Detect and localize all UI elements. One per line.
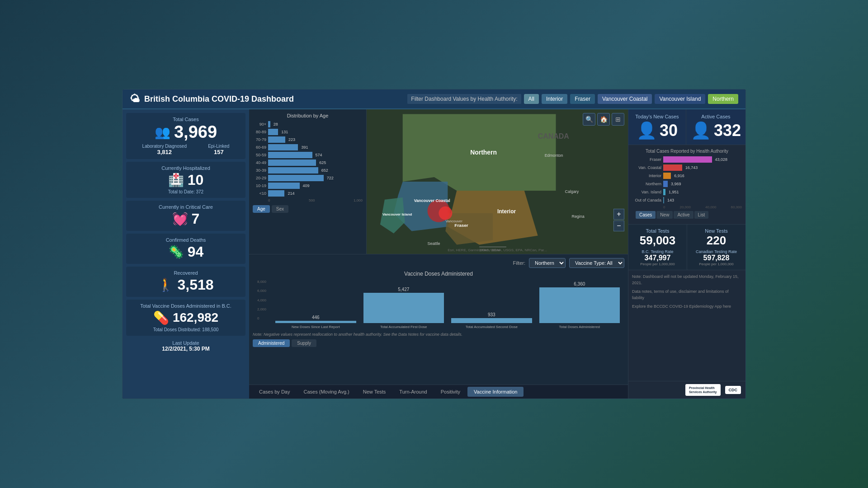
map-home-button[interactable]: 🏠	[597, 113, 610, 126]
map-zoom-controls: + −	[613, 209, 624, 231]
ha-bar	[663, 189, 665, 195]
bottom-tab-vaccine-information[interactable]: Vaccine Information	[467, 387, 524, 397]
ha-tab-cases[interactable]: Cases	[636, 211, 656, 219]
recovered-icon: 🚶	[158, 277, 174, 292]
filter-northern-button[interactable]: Northern	[708, 94, 738, 104]
active-cases-value: 👤 332	[691, 121, 741, 140]
ha-chart: Total Cases Reported by Health Authority…	[628, 145, 745, 225]
tab-administered[interactable]: Administered	[253, 339, 290, 347]
age-bar	[268, 167, 318, 174]
tab-age[interactable]: Age	[253, 205, 270, 213]
vaccine-bar	[539, 287, 620, 324]
map-search-button[interactable]: 🔍	[583, 113, 595, 126]
age-label: 30-39	[253, 168, 266, 173]
ha-bar-label: Northern	[632, 182, 661, 186]
hospitalized-value: 10	[188, 172, 204, 188]
bottom-tab-new-tests[interactable]: New Tests	[357, 387, 392, 397]
active-cases-stat: Active Cases 👤 332	[686, 109, 745, 145]
ha-bar-value: 1,951	[669, 190, 679, 194]
ha-tab-new[interactable]: New	[656, 211, 673, 219]
map-controls: 🔍 🏠 ⊞	[583, 113, 624, 126]
age-bar	[268, 121, 270, 127]
filter-label: Filter Dashboard Values by Health Author…	[407, 94, 521, 104]
deaths-card: Confirmed Deaths 🦠 94	[126, 234, 245, 264]
map-zoom-in-button[interactable]: +	[613, 209, 624, 220]
bc-rate-note: People per 1,000,000	[632, 262, 683, 266]
ha-tab-active[interactable]: Active	[674, 211, 693, 219]
active-cases-icon: 👤	[691, 121, 711, 140]
filter-all-button[interactable]: All	[524, 94, 539, 104]
age-bar	[268, 160, 316, 166]
vaccine-bar-name: Total Accumulated Second Dose	[466, 325, 518, 329]
age-label: 20-29	[253, 176, 266, 180]
bottom-tabs: Cases by DayCases (Moving Avg.)New Tests…	[249, 385, 628, 399]
bc-rate-value: 347,997	[632, 254, 683, 262]
age-bar	[268, 190, 284, 197]
map-zoom-out-button[interactable]: −	[613, 221, 624, 231]
age-bar-row: 20-29 722	[253, 175, 363, 181]
age-label: 70-79	[253, 137, 266, 142]
ha-bar-label: Out of Canada	[632, 198, 661, 202]
age-bar-value: 131	[281, 130, 288, 134]
bottom-tab-positivity[interactable]: Positivity	[434, 387, 467, 397]
age-bar-row: 80-89 131	[253, 129, 363, 135]
ha-bar	[663, 164, 682, 171]
filter-vanisland-button[interactable]: Vancouver Island	[655, 94, 705, 104]
critical-icon: 💓	[172, 211, 188, 226]
bottom-tab-turn-around[interactable]: Turn-Around	[393, 387, 433, 397]
vaccine-section: Filter: Northern Vaccine Type: All Vacci…	[249, 254, 628, 385]
ha-bar-value: 3,969	[671, 182, 681, 186]
age-bar-value: 574	[316, 153, 322, 157]
map-city-regina: Regina	[571, 214, 584, 219]
ha-chart-title: Total Cases Reported by Health Authority	[632, 149, 742, 154]
filter-interior-button[interactable]: Interior	[542, 94, 567, 104]
total-cases-icon: 👥	[155, 125, 170, 140]
ha-bar-row: Van. Island 1,951	[632, 189, 742, 195]
middle-panel: Distribution by Age 90+ 28 80-89 131 70-…	[249, 109, 628, 399]
new-tests-stat: New Tests 220 Canadian Testing Rate 597,…	[687, 225, 745, 270]
bc-rate-label: B.C. Testing Rate	[632, 249, 683, 254]
map-city-edmonton: Edmonton	[545, 153, 563, 158]
left-panel: Total Cases 👥 3,969 Laboratory Diagnosed…	[123, 109, 249, 399]
phsa-logo: Provincial Health Services Authority	[685, 384, 721, 396]
footer-logos: Provincial Health Services Authority CDC	[628, 381, 745, 399]
cdn-rate-note: People per 1,000,000	[691, 262, 742, 266]
age-label: 40-49	[253, 160, 266, 165]
note-link[interactable]: Explore the BCCDC COVID-19 Epidemiology …	[632, 304, 742, 310]
hospitalized-icon: 🏥	[168, 173, 184, 188]
vaccine-bar	[451, 318, 532, 324]
age-label: 90+	[253, 122, 266, 127]
age-bar-row: 10-19 409	[253, 183, 363, 189]
ha-bar	[663, 181, 668, 187]
age-bar-value: 391	[301, 145, 308, 150]
filter-fraser-button[interactable]: Fraser	[570, 94, 595, 104]
map-label-northern: Northern	[470, 149, 497, 156]
active-cases-label: Active Cases	[691, 114, 741, 119]
ha-bar-row: Out of Canada 143	[632, 197, 742, 203]
total-tests-stat: Total Tests 59,003 B.C. Testing Rate 347…	[628, 225, 687, 270]
age-bar-row: 70-79 223	[253, 136, 363, 143]
bc-icon: 🌤	[130, 93, 140, 105]
bottom-tab-cases-by-day[interactable]: Cases by Day	[253, 387, 296, 397]
filter-vancoastal-button[interactable]: Vancouver Coastal	[598, 94, 652, 104]
map-label-interior: Interior	[497, 208, 516, 215]
vaccine-region-select[interactable]: Northern	[529, 258, 566, 268]
recovered-card: Recovered 🚶 3,518	[126, 267, 245, 297]
ha-bar-value: 143	[667, 198, 674, 202]
vaccine-type-select[interactable]: Vaccine Type: All	[569, 258, 624, 268]
tab-supply[interactable]: Supply	[292, 339, 316, 347]
vaccine-filter-label: Filter:	[513, 260, 526, 266]
tab-sex[interactable]: Sex	[272, 205, 288, 213]
epi-linked-label: Epi-Linked	[208, 144, 229, 149]
deaths-value: 94	[188, 244, 204, 260]
cdn-rate-group: Canadian Testing Rate 597,828 People per…	[691, 249, 742, 266]
ha-tab-list[interactable]: List	[694, 211, 709, 219]
bottom-tab-cases--moving-avg--[interactable]: Cases (Moving Avg.)	[297, 387, 355, 397]
map-fraser-region[interactable]	[445, 213, 493, 245]
map-layers-button[interactable]: ⊞	[612, 113, 624, 126]
ha-bar-value: 43,028	[715, 157, 728, 162]
vaccine-bar-group: 5,427 Total Accumulated First Dose	[363, 287, 444, 329]
vaccine-tabs: Administered Supply	[253, 339, 624, 347]
bccdc-logo: CDC	[725, 386, 741, 394]
ha-bar-row: Interior 6,916	[632, 173, 742, 179]
